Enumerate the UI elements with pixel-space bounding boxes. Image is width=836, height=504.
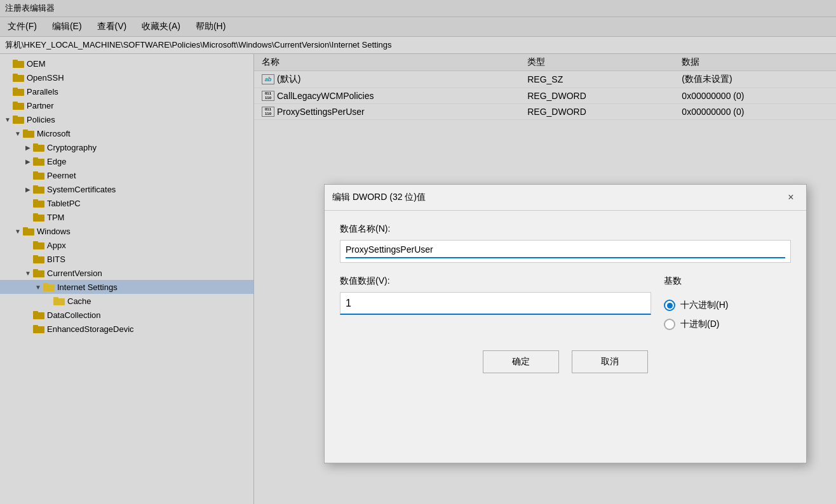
dialog-name-field: ProxySettingsPerUser [340, 240, 791, 263]
dialog-base-section: 基数 十六进制(H) 十 [664, 275, 791, 335]
dialog-body: 数值名称(N): ProxySettingsPerUser 数值数据(V): [325, 211, 806, 386]
dialog-content-row: 数值数据(V): 基数 十六进制(H) [340, 275, 791, 335]
name-field-underline [346, 257, 785, 258]
dialog-title-text: 编辑 DWORD (32 位)值 [332, 192, 426, 203]
dialog-close-button[interactable]: × [783, 190, 799, 205]
radio-hex[interactable]: 十六进制(H) [664, 300, 791, 311]
dialog-base-label: 基数 [664, 275, 791, 287]
dialog-ok-button[interactable]: 确定 [483, 350, 559, 373]
radio-decimal-button[interactable] [664, 319, 675, 330]
radio-hex-button[interactable] [664, 300, 675, 311]
dialog-name-label: 数值名称(N): [340, 223, 791, 235]
dialog-value-section: 数值数据(V): [340, 275, 651, 335]
dialog-overlay: 编辑 DWORD (32 位)值 × 数值名称(N): ProxySetting… [0, 0, 836, 504]
radio-decimal-label: 十进制(D) [680, 319, 719, 330]
dialog-buttons: 确定 取消 [340, 350, 791, 373]
radio-decimal[interactable]: 十进制(D) [664, 319, 791, 330]
close-icon: × [788, 192, 793, 203]
main-window: 注册表编辑器 文件(F) 编辑(E) 查看(V) 收藏夹(A) 帮助(H) 算机… [0, 0, 836, 504]
dialog-data-label: 数值数据(V): [340, 275, 651, 287]
dialog-cancel-button[interactable]: 取消 [572, 350, 648, 373]
radio-group-base: 十六进制(H) 十进制(D) [664, 295, 791, 335]
dialog-name-value: ProxySettingsPerUser [346, 244, 785, 255]
dialog-value-input[interactable] [340, 292, 651, 315]
radio-hex-label: 十六进制(H) [680, 300, 728, 311]
dialog-title-bar: 编辑 DWORD (32 位)值 × [325, 185, 806, 211]
edit-dword-dialog: 编辑 DWORD (32 位)值 × 数值名称(N): ProxySetting… [324, 184, 807, 463]
